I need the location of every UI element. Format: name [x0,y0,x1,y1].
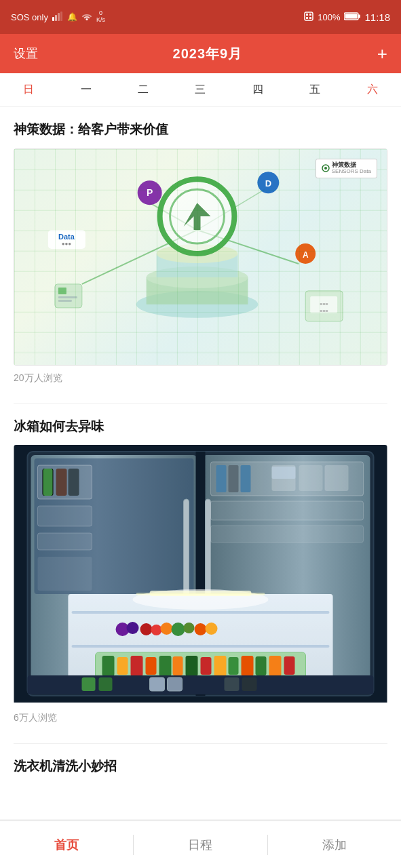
status-bar: SOS only 🔔 0 K/s [0,0,401,34]
weekday-mon[interactable]: 一 [73,83,100,97]
svg-point-76 [140,623,153,635]
svg-rect-11 [345,14,358,18]
svg-rect-52 [56,469,67,496]
svg-rect-104 [242,677,257,691]
svg-rect-101 [150,677,165,691]
weekday-sat[interactable]: 六 [359,83,386,97]
app-header: 设置 2023年9月 + [0,34,401,73]
network-speed: 0 K/s [96,10,105,24]
svg-rect-3 [60,12,62,21]
time: 11:18 [364,12,390,23]
weekday-thu[interactable]: 四 [244,83,271,97]
weekday-wed[interactable]: 三 [187,83,214,97]
signal-icon [52,12,63,23]
svg-rect-8 [309,17,311,19]
svg-rect-4 [305,12,313,20]
svg-point-79 [172,623,185,636]
svg-rect-66 [272,467,296,479]
settings-button[interactable]: 设置 [14,45,38,62]
svg-rect-93 [229,657,239,675]
svg-rect-85 [117,657,128,675]
svg-rect-7 [306,17,308,19]
svg-point-81 [195,623,207,635]
svg-rect-106 [136,593,265,595]
nav-add[interactable]: 添加 [268,821,401,868]
svg-rect-96 [269,656,282,676]
svg-rect-88 [159,656,172,676]
svg-rect-72 [72,611,330,614]
svg-rect-64 [299,465,323,491]
article-title-1: 神策数据：给客户带来价值 [14,121,387,139]
svg-rect-60 [216,465,227,492]
svg-rect-56 [38,557,92,591]
svg-rect-1 [55,15,57,21]
svg-point-78 [161,623,173,635]
weekday-sun[interactable]: 日 [15,83,42,97]
nav-schedule-label: 日程 [188,837,212,853]
status-right: 100% 11:18 [304,12,390,23]
svg-point-13 [324,167,327,170]
sim-icon [304,12,313,23]
article-card-1[interactable]: 神策数据：给客户带来价值 神策数据SENSORS Data [14,121,387,384]
wifi-icon [81,12,92,22]
svg-rect-84 [102,656,115,676]
svg-point-77 [151,625,162,635]
article-card-2[interactable]: 冰箱如何去异味 [14,418,387,725]
nav-add-label: 添加 [322,837,347,853]
svg-rect-2 [58,13,60,21]
svg-rect-98 [28,675,374,694]
article-title-2: 冰箱如何去异味 [14,418,387,436]
svg-rect-53 [69,469,79,496]
sos-text: SOS only [11,12,48,22]
weekday-fri[interactable]: 五 [301,83,328,97]
svg-rect-10 [358,14,360,18]
separator-2 [14,743,387,744]
article-image-2 [14,445,387,705]
svg-rect-65 [325,465,349,491]
svg-rect-89 [173,656,183,675]
battery-percent: 100% [318,12,340,22]
fridge-img [14,445,387,703]
bottom-nav: 首页 日程 添加 [0,821,401,868]
svg-rect-51 [43,469,53,496]
svg-point-82 [206,623,218,635]
svg-rect-54 [38,506,92,526]
svg-rect-91 [201,657,212,675]
nav-home[interactable]: 首页 [0,821,133,868]
svg-rect-73 [72,645,330,648]
svg-rect-68 [211,526,364,542]
svg-rect-90 [186,656,198,676]
svg-rect-103 [225,677,240,691]
svg-rect-95 [256,656,267,675]
main-content: 神策数据：给客户带来价值 神策数据SENSORS Data [0,107,401,819]
svg-rect-61 [229,465,239,492]
svg-rect-97 [284,656,295,675]
weekday-tue[interactable]: 二 [130,83,157,97]
article-card-3[interactable]: 洗衣机清洗小妙招 [14,757,387,782]
sensors-logo: 神策数据SENSORS Data [316,159,377,179]
svg-point-75 [127,622,139,634]
svg-point-80 [184,623,195,633]
svg-rect-100 [99,677,113,691]
svg-rect-87 [146,657,157,675]
notification-icon: 🔔 [67,12,77,22]
article-views-2: 6万人浏览 [14,712,387,724]
add-button[interactable]: + [377,45,387,62]
svg-rect-67 [211,501,364,520]
nav-schedule[interactable]: 日程 [134,821,267,868]
nav-home-label: 首页 [54,837,79,853]
svg-rect-55 [38,533,92,550]
article-title-3: 洗衣机清洗小妙招 [14,757,387,782]
status-left: SOS only 🔔 0 K/s [11,10,105,24]
svg-rect-99 [82,677,96,691]
svg-rect-94 [242,656,254,676]
article-views-1: 20万人浏览 [14,372,387,384]
svg-rect-0 [52,17,54,21]
weekdays-bar: 日 一 二 三 四 五 六 [0,73,401,107]
svg-rect-86 [131,656,143,676]
svg-rect-5 [306,14,308,16]
sensors-img: 神策数据SENSORS Data [14,149,387,366]
svg-rect-62 [241,465,251,492]
battery-icon [344,12,360,22]
svg-rect-92 [214,656,227,676]
